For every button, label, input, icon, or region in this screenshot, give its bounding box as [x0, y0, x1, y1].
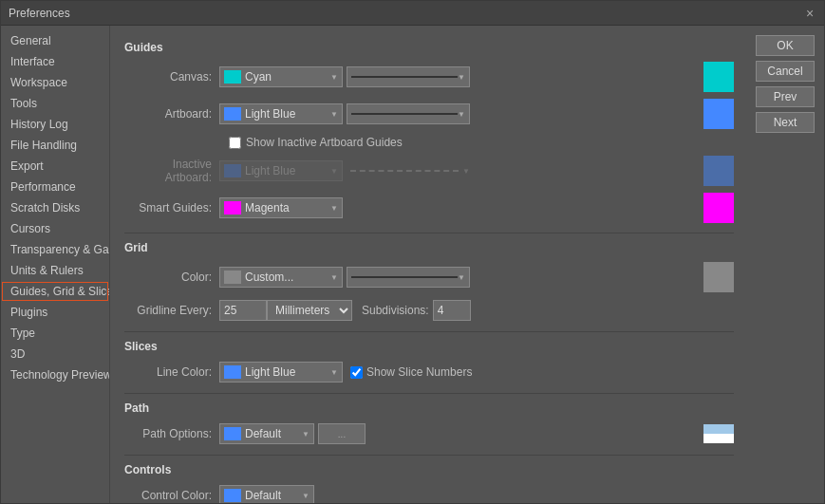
slices-color-swatch — [224, 365, 241, 379]
path-controls-divider — [124, 455, 734, 456]
artboard-color-text: Light Blue — [245, 107, 327, 121]
title-bar: Preferences × — [1, 1, 824, 26]
artboard-color-preview — [703, 99, 734, 129]
controls-section: Controls Control Color: Default ▼ — [124, 463, 734, 503]
sidebar-item-units---rulers[interactable]: Units & Rulers — [1, 260, 109, 281]
canvas-gradient-line — [351, 76, 458, 78]
sidebar-item-plugins[interactable]: Plugins — [1, 302, 109, 323]
inactive-artboard-dropdown-arrow: ▼ — [330, 167, 338, 176]
path-options-dropdown-arrow: ▼ — [302, 430, 309, 439]
dialog-title: Preferences — [9, 7, 70, 20]
grid-slices-divider — [124, 331, 734, 332]
grid-title: Grid — [124, 241, 734, 254]
canvas-swatch — [224, 70, 241, 84]
control-color-dropdown-arrow: ▼ — [302, 492, 309, 500]
gridline-label: Gridline Every: — [124, 304, 219, 317]
next-button[interactable]: Next — [756, 112, 815, 133]
canvas-dropdown-arrow: ▼ — [330, 73, 338, 82]
sidebar-item-interface[interactable]: Interface — [1, 51, 109, 72]
main-area: Guides Canvas: Cyan ▼ ▼ — [110, 26, 748, 503]
canvas-gradient-select[interactable]: ▼ — [347, 66, 470, 87]
path-options-label: Path Options: — [124, 427, 219, 440]
guides-title: Guides — [124, 41, 734, 54]
slices-dropdown-arrow: ▼ — [330, 368, 338, 377]
inactive-artboard-color-select[interactable]: Light Blue ▼ — [219, 160, 343, 181]
slices-line-color-label: Line Color: — [124, 365, 219, 379]
grid-section: Grid Color: Custom... ▼ ▼ — [124, 241, 734, 322]
path-options-select[interactable]: Default ▼ — [219, 423, 314, 444]
close-button[interactable]: × — [803, 7, 816, 20]
canvas-color-select[interactable]: Cyan ▼ — [219, 66, 343, 87]
subdivisions-input[interactable]: 4 — [433, 300, 471, 321]
grid-color-dropdown-arrow: ▼ — [330, 273, 338, 282]
control-color-select[interactable]: Default ▼ — [219, 485, 314, 503]
sidebar-item-performance[interactable]: Performance — [1, 177, 109, 197]
canvas-gradient-arrow: ▼ — [458, 73, 465, 82]
grid-gradient-line — [351, 276, 458, 278]
smart-guides-dropdown-arrow: ▼ — [330, 204, 338, 213]
grid-color-text: Custom... — [245, 271, 327, 284]
sidebar-item-technology-previews[interactable]: Technology Previews — [1, 364, 109, 385]
path-options-row: Path Options: Default ▼ ... — [124, 422, 734, 445]
gridline-value-input[interactable]: 25 — [219, 300, 267, 321]
sidebar-item-workspace[interactable]: Workspace — [1, 72, 109, 93]
show-slice-numbers-row: Show Slice Numbers — [350, 365, 472, 379]
canvas-color-text: Cyan — [245, 70, 327, 84]
inactive-artboard-swatch — [224, 164, 241, 177]
grid-color-select[interactable]: Custom... ▼ — [219, 267, 343, 288]
artboard-color-select[interactable]: Light Blue ▼ — [219, 103, 343, 124]
inactive-dashed-arrow: ▼ — [462, 167, 470, 176]
sidebar-item-export[interactable]: Export — [1, 156, 109, 177]
cancel-button[interactable]: Cancel — [756, 61, 815, 82]
canvas-label: Canvas: — [124, 70, 219, 84]
artboard-gradient-select[interactable]: ▼ — [347, 103, 470, 124]
control-color-swatch — [224, 489, 241, 502]
guides-grid-divider — [124, 233, 734, 233]
slices-color-select[interactable]: Light Blue ▼ — [219, 362, 343, 383]
grid-color-preview — [703, 262, 734, 292]
canvas-color-preview — [703, 62, 734, 92]
sidebar-item-type[interactable]: Type — [1, 323, 109, 344]
smart-guides-row: Smart Guides: Magenta ▼ — [124, 193, 734, 223]
slices-section: Slices Line Color: Light Blue ▼ Show Sli… — [124, 340, 734, 383]
show-inactive-checkbox[interactable] — [229, 137, 241, 149]
ok-button[interactable]: OK — [756, 35, 815, 56]
inactive-artboard-color-text: Light Blue — [245, 164, 327, 177]
sidebar-item-general[interactable]: General — [1, 30, 109, 51]
artboard-gradient-arrow: ▼ — [458, 110, 465, 119]
path-options-text: Default — [245, 427, 298, 440]
canvas-row: Canvas: Cyan ▼ ▼ — [124, 62, 734, 92]
path-options-swatch — [224, 427, 241, 440]
sidebar-item-tools[interactable]: Tools — [1, 93, 109, 114]
path-section: Path Path Options: Default ▼ ... — [124, 401, 734, 445]
slices-path-divider — [124, 393, 734, 394]
sidebar-item-3d[interactable]: 3D — [1, 344, 109, 364]
inactive-artboard-color-preview — [703, 156, 734, 186]
sidebar-item-scratch-disks[interactable]: Scratch Disks — [1, 197, 109, 218]
grid-gradient-arrow: ▼ — [458, 273, 465, 282]
slices-color-text: Light Blue — [245, 365, 327, 379]
grid-color-label: Color: — [124, 271, 219, 284]
path-color-preview — [703, 424, 734, 443]
control-color-text: Default — [245, 489, 298, 502]
artboard-label: Artboard: — [124, 107, 219, 121]
gridline-unit-select[interactable]: Millimeters — [267, 300, 352, 321]
show-slice-numbers-checkbox[interactable] — [350, 366, 363, 379]
show-inactive-row: Show Inactive Artboard Guides — [124, 136, 734, 149]
smart-guides-color-select[interactable]: Magenta ▼ — [219, 197, 343, 218]
control-color-row: Control Color: Default ▼ — [124, 484, 734, 503]
sidebar-item-cursors[interactable]: Cursors — [1, 218, 109, 239]
grid-gradient-select[interactable]: ▼ — [347, 267, 470, 288]
dialog-content: GeneralInterfaceWorkspaceToolsHistory Lo… — [1, 26, 824, 503]
inactive-artboard-row: Inactive Artboard: Light Blue ▼ ▼ — [124, 156, 734, 186]
gridline-every-row: Gridline Every: 25 Millimeters Subdivisi… — [124, 299, 734, 322]
sidebar-item-file-handling[interactable]: File Handling — [1, 135, 109, 156]
sidebar-item-guides--grid---slices[interactable]: Guides, Grid & Slices — [1, 281, 109, 302]
path-title: Path — [124, 401, 734, 415]
prev-button[interactable]: Prev — [756, 86, 815, 107]
show-slice-numbers-label: Show Slice Numbers — [366, 365, 472, 379]
sidebar-item-transparency---gamut[interactable]: Transparency & Gamut — [1, 239, 109, 260]
sidebar-item-history-log[interactable]: History Log — [1, 114, 109, 135]
preferences-dialog: Preferences × GeneralInterfaceWorkspaceT… — [0, 0, 825, 504]
inactive-artboard-label: Inactive Artboard: — [124, 158, 219, 184]
